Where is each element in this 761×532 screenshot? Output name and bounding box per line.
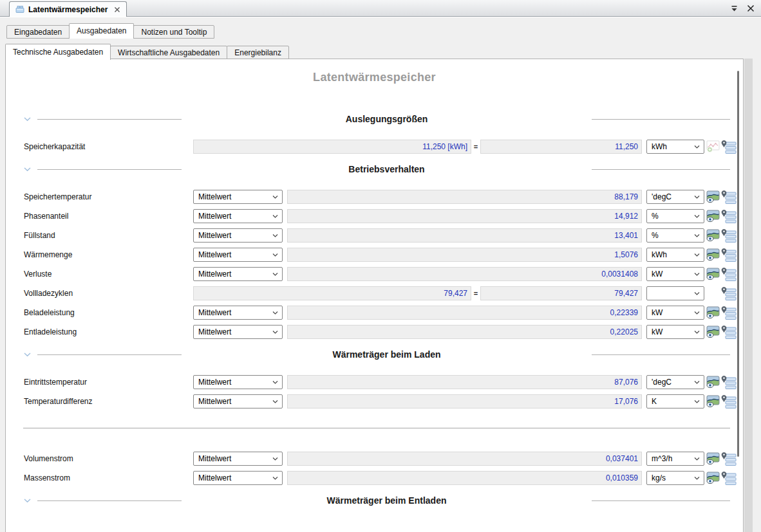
row-label: Massenstrom xyxy=(24,473,188,482)
chart-view-icon[interactable] xyxy=(706,452,720,465)
section-collapse-icon[interactable] xyxy=(24,353,31,357)
chevron-down-icon xyxy=(694,457,700,461)
tab-label: Wirtschaftliche Ausgabedaten xyxy=(118,48,220,57)
scrollbar-thumb[interactable] xyxy=(737,71,739,457)
chevron-down-icon xyxy=(272,253,278,257)
subtab-energiebilanz[interactable]: Energiebilanz xyxy=(227,46,289,59)
aggregate-select[interactable]: Mittelwert xyxy=(193,228,283,243)
value-field: 0,037401 xyxy=(287,452,642,466)
output-row: WärmemengeMittelwert1,5076kWh xyxy=(24,248,743,262)
tab-notizen-und-tooltip[interactable]: Notizen und Tooltip xyxy=(133,25,214,39)
document-tab[interactable]: Latentwärmespeicher xyxy=(9,1,127,17)
section-header: Wärmeträger beim Laden xyxy=(6,348,743,361)
unit-select[interactable]: kWh xyxy=(646,248,704,262)
main-tabs: Eingabedaten Ausgabedaten Notizen und To… xyxy=(6,23,214,39)
unit-select[interactable]: m^3/h xyxy=(646,452,704,466)
pin-list-icon[interactable] xyxy=(721,306,737,320)
section-line xyxy=(37,354,182,355)
pin-list-icon[interactable] xyxy=(721,452,737,466)
chart-view-icon[interactable] xyxy=(706,190,720,203)
unit-select[interactable] xyxy=(646,286,704,300)
aggregate-select[interactable]: Mittelwert xyxy=(193,306,283,320)
output-row: VolumenstromMittelwert0,037401m^3/h xyxy=(24,452,743,466)
value-text: 0,0031408 xyxy=(601,270,638,279)
aggregate-select[interactable]: Mittelwert xyxy=(193,190,283,204)
section-line xyxy=(592,500,730,501)
aggregate-value: Mittelwert xyxy=(198,192,231,201)
chart-view-icon[interactable] xyxy=(706,306,720,319)
output-row: Vollladezyklen79,427=79,427 xyxy=(24,286,743,300)
unit-select[interactable]: kW xyxy=(646,306,704,320)
pin-list-icon[interactable] xyxy=(721,140,737,154)
close-icon[interactable] xyxy=(747,5,755,12)
close-tab-icon[interactable] xyxy=(114,6,120,13)
unit-select[interactable]: kW xyxy=(646,267,704,281)
output-row: FüllstandMittelwert13,401% xyxy=(24,228,743,243)
value-text: 0,22025 xyxy=(610,327,638,336)
subtab-wirtschaftliche-ausgabedaten[interactable]: Wirtschaftliche Ausgabedaten xyxy=(110,46,227,59)
pin-list-icon[interactable] xyxy=(721,210,737,223)
unit-value: kWh xyxy=(652,250,667,259)
subtab-technische-ausgabedaten[interactable]: Technische Ausgabedaten xyxy=(5,44,111,60)
pin-list-icon[interactable] xyxy=(721,229,737,243)
aggregate-select[interactable]: Mittelwert xyxy=(193,325,283,339)
pin-list-icon[interactable] xyxy=(721,190,737,204)
tab-ausgabedaten[interactable]: Ausgabedaten xyxy=(69,23,134,39)
aggregate-select[interactable]: Mittelwert xyxy=(193,452,283,466)
aggregate-select[interactable]: Mittelwert xyxy=(193,394,283,408)
output-row: TemperaturdifferenzMittelwert17,076K xyxy=(24,394,743,408)
unit-select[interactable]: K xyxy=(646,394,704,408)
chevron-down-icon xyxy=(272,331,278,334)
chart-view-icon[interactable] xyxy=(706,472,720,484)
unit-select[interactable]: 'degC xyxy=(646,190,704,204)
unit-value: 'degC xyxy=(652,192,672,201)
pin-list-icon[interactable] xyxy=(721,472,737,485)
unit-value: kg/s xyxy=(652,473,666,482)
aggregate-select[interactable]: Mittelwert xyxy=(193,375,283,389)
unit-select[interactable]: kW xyxy=(646,325,704,339)
value-field-left: 11,250 [kWh] xyxy=(193,140,471,154)
chart-view-icon[interactable] xyxy=(706,229,720,242)
chart-view-icon[interactable] xyxy=(706,268,720,280)
chart-view-icon[interactable] xyxy=(706,326,720,338)
unit-value: K xyxy=(652,397,657,406)
chevron-down-icon xyxy=(694,400,700,403)
chart-view-icon[interactable] xyxy=(706,376,720,389)
section-collapse-icon[interactable] xyxy=(24,167,31,172)
section-collapse-icon[interactable] xyxy=(24,117,31,122)
row-label: Wärmemenge xyxy=(24,250,188,259)
aggregate-select[interactable]: Mittelwert xyxy=(193,471,283,485)
row-label: Phasenanteil xyxy=(24,212,188,221)
pin-list-icon[interactable] xyxy=(721,376,737,389)
content-panel: Latentwärmespeicher AuslegungsgrößenSpei… xyxy=(5,59,744,532)
chart-add-icon[interactable] xyxy=(706,140,720,153)
aggregate-select[interactable]: Mittelwert xyxy=(193,267,283,281)
section-collapse-icon[interactable] xyxy=(24,499,31,503)
tab-list-icon[interactable] xyxy=(730,5,738,12)
pin-list-icon[interactable] xyxy=(721,248,737,262)
unit-select[interactable]: kWh xyxy=(646,140,704,154)
unit-select[interactable]: % xyxy=(646,228,704,243)
pin-list-icon[interactable] xyxy=(721,395,737,408)
chart-view-icon[interactable] xyxy=(706,248,720,261)
pin-list-icon[interactable] xyxy=(721,268,737,281)
pin-list-icon[interactable] xyxy=(721,326,737,339)
aggregate-select[interactable]: Mittelwert xyxy=(193,209,283,223)
value-field: 0,0031408 xyxy=(287,267,642,281)
unit-select[interactable]: % xyxy=(646,209,704,223)
unit-value: kW xyxy=(652,270,662,279)
pin-list-icon[interactable] xyxy=(721,287,737,300)
tab-eingabedaten[interactable]: Eingabedaten xyxy=(6,25,70,39)
row-label: Vollladezyklen xyxy=(24,289,188,298)
output-row: BeladeleistungMittelwert0,22339kW xyxy=(24,306,743,320)
chevron-down-icon xyxy=(694,331,700,334)
chart-view-icon[interactable] xyxy=(706,210,720,223)
unit-select[interactable]: kg/s xyxy=(646,471,704,485)
aggregate-select[interactable]: Mittelwert xyxy=(193,248,283,262)
section-line xyxy=(592,119,730,120)
chart-view-icon[interactable] xyxy=(706,395,720,408)
value-field: 17,076 xyxy=(287,394,642,408)
unit-select[interactable]: 'degC xyxy=(646,375,704,389)
value-field: 1,5076 xyxy=(287,248,642,262)
section-header: Betriebsverhalten xyxy=(6,163,743,176)
